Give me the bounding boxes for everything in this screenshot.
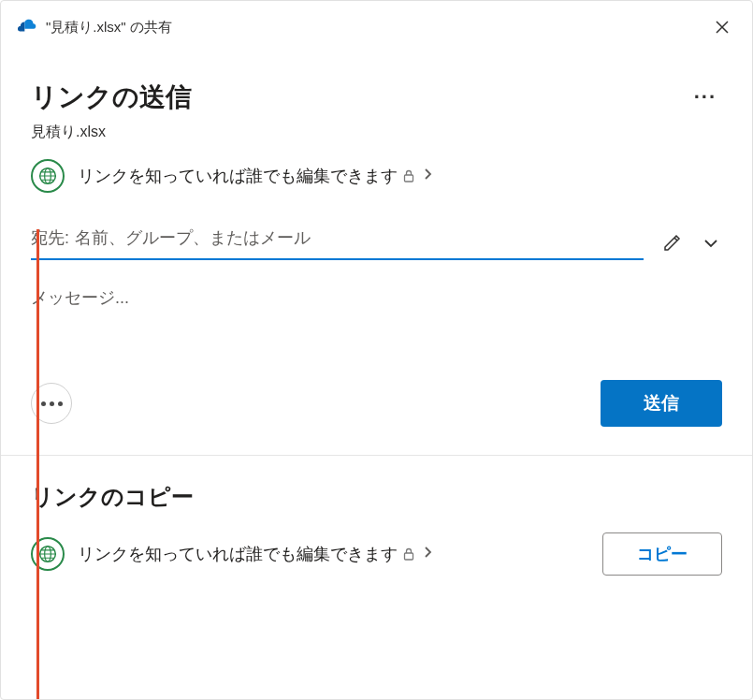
lock-icon — [403, 169, 414, 182]
recipient-label: 宛先: — [31, 226, 69, 249]
send-button[interactable]: 送信 — [601, 380, 722, 427]
header-row: リンクの送信 ··· — [31, 80, 722, 115]
more-options-button[interactable]: ··· — [688, 81, 722, 113]
permission-text-row: リンクを知っていれば誰でも編集できます — [78, 165, 432, 187]
page-title: リンクの送信 — [31, 80, 192, 115]
window-title: "見積り.xlsx" の共有 — [46, 19, 172, 36]
permission-text: リンクを知っていれば誰でも編集できます — [78, 165, 398, 187]
permission-text-row: リンクを知っていれば誰でも編集できます — [78, 543, 432, 565]
svg-rect-2 — [405, 175, 413, 182]
onedrive-icon — [18, 19, 38, 36]
edit-permission-button[interactable] — [659, 230, 685, 256]
recipient-row: 宛先: — [31, 226, 722, 260]
copy-row: リンクを知っていれば誰でも編集できます コピー — [31, 532, 722, 576]
ellipsis-icon — [41, 401, 63, 406]
globe-icon — [31, 537, 65, 571]
globe-icon — [31, 159, 65, 193]
close-button[interactable] — [709, 14, 735, 40]
recipient-field[interactable]: 宛先: — [31, 226, 644, 260]
filename-label: 見積り.xlsx — [31, 123, 722, 142]
permission-dropdown-button[interactable] — [700, 235, 722, 252]
copy-permission-text: リンクを知っていれば誰でも編集できます — [78, 543, 398, 565]
titlebar: "見積り.xlsx" の共有 — [1, 1, 752, 51]
svg-rect-5 — [405, 553, 413, 560]
action-row: 送信 — [31, 380, 722, 455]
copy-link-settings-row[interactable]: リンクを知っていれば誰でも編集できます — [31, 537, 432, 571]
more-actions-button[interactable] — [31, 383, 72, 424]
chevron-right-icon — [424, 546, 432, 562]
main-content: リンクの送信 ··· 見積り.xlsx リンクを知っていれば誰でも編集できます … — [1, 51, 752, 576]
message-field-container — [31, 286, 722, 346]
chevron-right-icon — [424, 168, 432, 184]
recipient-input[interactable] — [75, 228, 644, 248]
copy-link-section: リンクのコピー リンクを知っていれば誰でも編集できます コピー — [31, 456, 722, 576]
copy-button[interactable]: コピー — [602, 532, 722, 576]
lock-icon — [403, 547, 414, 561]
copy-section-heading: リンクのコピー — [31, 482, 722, 512]
link-settings-row[interactable]: リンクを知っていれば誰でも編集できます — [31, 159, 722, 193]
message-input[interactable] — [31, 286, 722, 343]
